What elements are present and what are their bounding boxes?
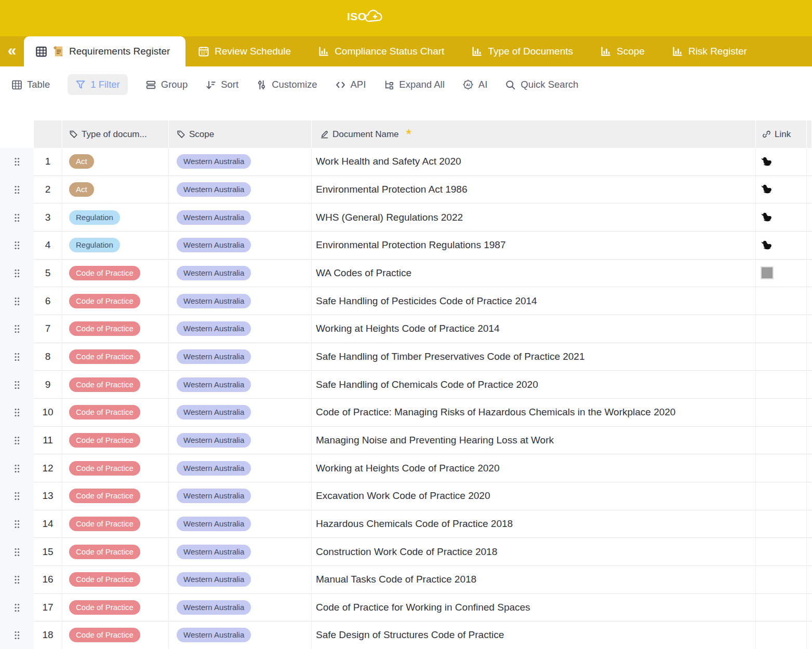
- sort-button[interactable]: Sort: [205, 79, 238, 90]
- scope-cell[interactable]: Western Australia: [169, 482, 312, 510]
- type-cell[interactable]: Regulation: [62, 232, 169, 260]
- document-name[interactable]: Safe Handling of Chemicals Code of Pract…: [312, 371, 756, 399]
- column-header-document-name[interactable]: Document Name ★: [312, 120, 756, 148]
- drag-handle-icon[interactable]: [14, 575, 20, 584]
- link-cell[interactable]: [756, 621, 807, 649]
- scope-cell[interactable]: Western Australia: [169, 399, 312, 427]
- drag-handle-icon[interactable]: [14, 520, 20, 529]
- link-cell[interactable]: [756, 148, 807, 176]
- expand-all-button[interactable]: Expand All: [383, 79, 444, 90]
- document-name[interactable]: Construction Work Code of Practice 2018: [312, 538, 756, 566]
- link-cell[interactable]: [756, 343, 807, 371]
- document-name[interactable]: Code of Practice for Working in Confined…: [312, 594, 756, 622]
- link-cell[interactable]: [756, 371, 807, 399]
- document-name[interactable]: Work Health and Safety Act 2020: [312, 148, 756, 176]
- drag-handle-icon[interactable]: [14, 185, 20, 194]
- document-name[interactable]: Environmental Protection Act 1986: [312, 176, 756, 204]
- document-name[interactable]: Safe Handling of Timber Preservatives Co…: [312, 343, 756, 371]
- tab-type-of-documents[interactable]: Type of Documents: [471, 46, 573, 57]
- drag-handle-icon[interactable]: [14, 213, 20, 222]
- group-button[interactable]: Group: [145, 79, 188, 90]
- type-cell[interactable]: Code of Practice: [62, 454, 169, 482]
- type-cell[interactable]: Code of Practice: [62, 371, 169, 399]
- link-cell[interactable]: [756, 454, 807, 482]
- drag-handle-icon[interactable]: [14, 603, 20, 612]
- link-cell[interactable]: [756, 399, 807, 427]
- link-cell[interactable]: [756, 287, 807, 315]
- scope-cell[interactable]: Western Australia: [169, 594, 312, 622]
- link-cell[interactable]: [756, 482, 807, 510]
- drag-handle-icon[interactable]: [14, 436, 20, 445]
- table-view-button[interactable]: Table: [11, 79, 50, 90]
- document-name[interactable]: Hazardous Chemicals Code of Practice 201…: [312, 510, 756, 538]
- scope-cell[interactable]: Western Australia: [169, 621, 312, 649]
- drag-handle-icon[interactable]: [14, 269, 20, 278]
- drag-handle-icon[interactable]: [14, 353, 20, 361]
- link-cell[interactable]: [756, 176, 807, 204]
- scope-cell[interactable]: Western Australia: [169, 510, 312, 538]
- document-name[interactable]: Environmental Protection Regulations 198…: [312, 232, 756, 260]
- document-name[interactable]: Working at Heights Code of Practice 2020: [312, 454, 756, 482]
- type-cell[interactable]: Code of Practice: [62, 594, 169, 622]
- type-cell[interactable]: Act: [62, 176, 169, 204]
- link-cell[interactable]: [756, 510, 807, 538]
- column-header-scope[interactable]: Scope: [169, 120, 312, 148]
- link-cell[interactable]: [756, 566, 807, 594]
- customize-button[interactable]: Customize: [256, 79, 317, 90]
- scope-cell[interactable]: Western Australia: [169, 454, 312, 482]
- scope-cell[interactable]: Western Australia: [169, 566, 312, 594]
- link-cell[interactable]: [756, 427, 807, 455]
- link-cell[interactable]: [756, 204, 807, 232]
- drag-handle-icon[interactable]: [14, 297, 20, 306]
- drag-handle-icon[interactable]: [14, 408, 20, 417]
- scope-cell[interactable]: Western Australia: [169, 204, 312, 232]
- scope-cell[interactable]: Western Australia: [169, 538, 312, 566]
- type-cell[interactable]: Code of Practice: [62, 482, 169, 510]
- type-cell[interactable]: Code of Practice: [62, 510, 169, 538]
- column-header-link[interactable]: Link: [756, 120, 807, 148]
- type-cell[interactable]: Act: [62, 148, 169, 176]
- type-cell[interactable]: Code of Practice: [62, 538, 169, 566]
- type-cell[interactable]: Code of Practice: [62, 287, 169, 315]
- drag-handle-icon[interactable]: [14, 631, 20, 640]
- document-name[interactable]: Code of Practice: Managing Risks of Haza…: [312, 399, 756, 427]
- document-name[interactable]: Safe Handling of Pesticides Code of Prac…: [312, 287, 756, 315]
- scope-cell[interactable]: Western Australia: [169, 287, 312, 315]
- drag-handle-icon[interactable]: [14, 548, 20, 557]
- link-cell[interactable]: [756, 538, 807, 566]
- type-cell[interactable]: Code of Practice: [62, 621, 169, 649]
- drag-handle-icon[interactable]: [14, 241, 20, 250]
- tab-requirements-register[interactable]: Requirements Register: [24, 36, 185, 66]
- scope-cell[interactable]: Western Australia: [169, 427, 312, 455]
- link-cell[interactable]: [756, 232, 807, 260]
- scope-cell[interactable]: Western Australia: [169, 315, 312, 343]
- type-cell[interactable]: Code of Practice: [62, 315, 169, 343]
- ai-button[interactable]: AI AI: [462, 79, 487, 90]
- tab-compliance-status-chart[interactable]: Compliance Status Chart: [318, 46, 444, 57]
- tab-risk-register[interactable]: Risk Register: [672, 46, 747, 57]
- tab-review-schedule[interactable]: Review Schedule: [198, 46, 291, 57]
- type-cell[interactable]: Code of Practice: [62, 260, 169, 288]
- filter-button[interactable]: 1 Filter: [68, 74, 128, 95]
- link-cell[interactable]: [756, 594, 807, 622]
- column-header-type[interactable]: Type of docum...: [62, 120, 169, 148]
- type-cell[interactable]: Code of Practice: [62, 427, 169, 455]
- drag-handle-icon[interactable]: [14, 464, 20, 473]
- collapse-sidebar-button[interactable]: «: [0, 43, 24, 60]
- api-button[interactable]: API: [335, 79, 366, 90]
- tab-scope[interactable]: Scope: [600, 46, 645, 57]
- document-name[interactable]: Manual Tasks Code of Practice 2018: [312, 566, 756, 594]
- type-cell[interactable]: Code of Practice: [62, 566, 169, 594]
- scope-cell[interactable]: Western Australia: [169, 371, 312, 399]
- drag-handle-icon[interactable]: [14, 492, 20, 501]
- drag-handle-icon[interactable]: [14, 381, 20, 389]
- scope-cell[interactable]: Western Australia: [169, 232, 312, 260]
- quick-search-button[interactable]: Quick Search: [505, 79, 578, 90]
- link-cell[interactable]: [756, 260, 807, 288]
- document-name[interactable]: Safe Design of Structures Code of Practi…: [312, 621, 756, 649]
- drag-handle-icon[interactable]: [14, 324, 20, 333]
- link-cell[interactable]: [756, 315, 807, 343]
- scope-cell[interactable]: Western Australia: [169, 260, 312, 288]
- document-name[interactable]: WHS (General) Regulations 2022: [312, 204, 756, 232]
- document-name[interactable]: Managing Noise and Preventing Hearing Lo…: [312, 427, 756, 455]
